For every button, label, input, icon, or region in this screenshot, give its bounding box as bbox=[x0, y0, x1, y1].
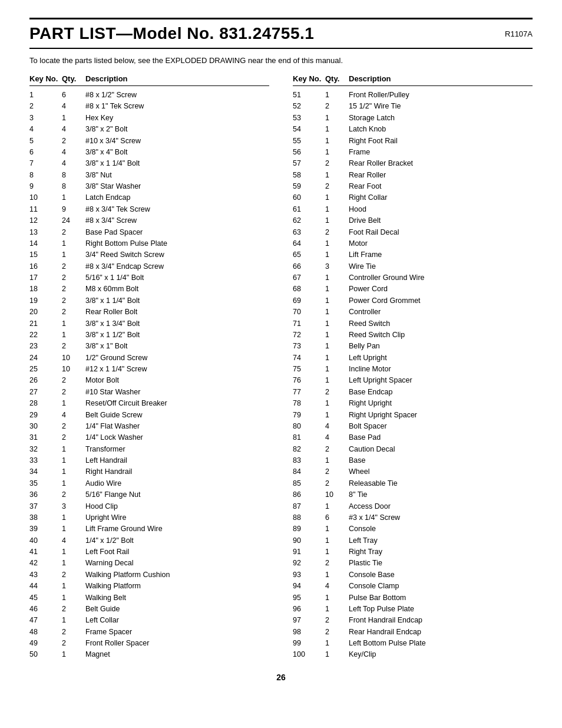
part-key: 69 bbox=[293, 295, 325, 307]
part-desc: Caution Decal bbox=[349, 444, 533, 455]
part-qty: 2 bbox=[62, 569, 85, 581]
part-desc: Front Roller/Pulley bbox=[349, 90, 533, 101]
part-desc: 1/2" Ground Screw bbox=[85, 353, 269, 364]
list-item: 45 1 Walking Belt bbox=[29, 592, 269, 604]
list-item: 50 1 Magnet bbox=[29, 649, 269, 660]
list-item: 89 1 Console bbox=[293, 523, 533, 535]
part-desc: Walking Platform bbox=[85, 581, 269, 592]
part-qty: 1 bbox=[325, 546, 349, 558]
part-key: 56 bbox=[293, 147, 325, 158]
part-qty: 1 bbox=[325, 535, 349, 546]
part-qty: 2 bbox=[62, 627, 85, 638]
parts-table: Key No. Qty. Description 1 6 #8 x 1/2" S… bbox=[29, 74, 533, 661]
part-key: 34 bbox=[29, 466, 62, 477]
part-qty: 2 bbox=[62, 136, 85, 147]
part-desc: #12 x 1 1/4" Screw bbox=[85, 364, 269, 375]
part-qty: 1 bbox=[325, 272, 349, 284]
part-desc: Incline Motor bbox=[349, 364, 533, 375]
part-desc: 1/4" Flat Washer bbox=[85, 421, 269, 432]
part-desc: 3/8" Star Washer bbox=[85, 181, 269, 192]
list-item: 9 8 3/8" Star Washer bbox=[29, 181, 269, 192]
part-key: 71 bbox=[293, 318, 325, 330]
part-qty: 1 bbox=[62, 466, 85, 477]
part-desc: Audio Wire bbox=[85, 478, 269, 489]
part-key: 19 bbox=[29, 295, 62, 307]
left-col-header: Key No. Qty. Description bbox=[29, 74, 269, 86]
part-desc: Upright Wire bbox=[85, 512, 269, 523]
part-qty: 1 bbox=[62, 192, 85, 203]
part-key: 60 bbox=[293, 192, 325, 203]
list-item: 11 9 #8 x 3/4" Tek Screw bbox=[29, 204, 269, 215]
part-desc: 3/4" Reed Switch Screw bbox=[85, 249, 269, 261]
part-key: 21 bbox=[29, 318, 62, 330]
right-col-header: Key No. Qty. Description bbox=[293, 74, 533, 86]
part-desc: Left Foot Rail bbox=[85, 546, 269, 558]
list-item: 76 1 Left Upright Spacer bbox=[293, 375, 533, 386]
part-key: 33 bbox=[29, 455, 62, 466]
list-item: 36 2 5/16" Flange Nut bbox=[29, 489, 269, 500]
part-key: 65 bbox=[293, 249, 325, 261]
part-key: 88 bbox=[293, 512, 325, 523]
part-key: 12 bbox=[29, 215, 62, 226]
list-item: 7 4 3/8" x 1 1/4" Bolt bbox=[29, 158, 269, 169]
part-key: 89 bbox=[293, 523, 325, 535]
part-key: 72 bbox=[293, 330, 325, 341]
list-item: 3 1 Hex Key bbox=[29, 113, 269, 124]
right-key-header: Key No. bbox=[293, 74, 325, 83]
part-key: 74 bbox=[293, 353, 325, 364]
list-item: 17 2 5/16" x 1 1/4" Bolt bbox=[29, 272, 269, 284]
list-item: 23 2 3/8" x 1" Bolt bbox=[29, 341, 269, 352]
part-qty: 24 bbox=[62, 215, 85, 226]
part-key: 87 bbox=[293, 501, 325, 512]
part-key: 16 bbox=[29, 261, 62, 272]
part-key: 93 bbox=[293, 569, 325, 581]
part-qty: 1 bbox=[325, 364, 349, 375]
part-qty: 4 bbox=[62, 147, 85, 158]
part-desc: 3/8" x 1 1/4" Bolt bbox=[85, 295, 269, 307]
list-item: 19 2 3/8" x 1 1/4" Bolt bbox=[29, 295, 269, 307]
part-desc: Right Handrail bbox=[85, 466, 269, 477]
list-item: 96 1 Left Top Pulse Plate bbox=[293, 604, 533, 615]
part-qty: 2 bbox=[62, 432, 85, 443]
list-item: 57 2 Rear Roller Bracket bbox=[293, 158, 533, 169]
list-item: 72 1 Reed Switch Clip bbox=[293, 330, 533, 341]
list-item: 61 1 Hood bbox=[293, 204, 533, 215]
part-desc: Left Handrail bbox=[85, 455, 269, 466]
part-key: 10 bbox=[29, 192, 62, 203]
part-desc: Base Pad Spacer bbox=[85, 227, 269, 238]
part-desc: #8 x 3/4" Tek Screw bbox=[85, 204, 269, 215]
part-qty: 2 bbox=[62, 375, 85, 386]
part-qty: 4 bbox=[325, 432, 349, 443]
part-desc: Controller bbox=[349, 307, 533, 318]
list-item: 75 1 Incline Motor bbox=[293, 364, 533, 375]
page-number: 26 bbox=[29, 673, 533, 682]
part-qty: 2 bbox=[62, 387, 85, 398]
part-key: 36 bbox=[29, 489, 62, 500]
part-qty: 1 bbox=[62, 649, 85, 660]
left-column: Key No. Qty. Description 1 6 #8 x 1/2" S… bbox=[29, 74, 269, 661]
part-desc: 3/8" x 4" Bolt bbox=[85, 147, 269, 158]
part-key: 75 bbox=[293, 364, 325, 375]
part-desc: #8 x 3/4" Screw bbox=[85, 215, 269, 226]
part-key: 64 bbox=[293, 238, 325, 249]
part-key: 73 bbox=[293, 341, 325, 352]
part-desc: Base bbox=[349, 455, 533, 466]
part-desc: Pulse Bar Bottom bbox=[349, 592, 533, 604]
part-key: 85 bbox=[293, 478, 325, 489]
part-qty: 2 bbox=[62, 284, 85, 295]
part-desc: Frame Spacer bbox=[85, 627, 269, 638]
list-item: 92 2 Plastic Tie bbox=[293, 558, 533, 569]
list-item: 81 4 Base Pad bbox=[293, 432, 533, 443]
part-key: 39 bbox=[29, 523, 62, 535]
part-desc: Hood bbox=[349, 204, 533, 215]
list-item: 98 2 Rear Handrail Endcap bbox=[293, 627, 533, 638]
part-key: 51 bbox=[293, 90, 325, 101]
part-desc: Left Top Pulse Plate bbox=[349, 604, 533, 615]
part-desc: Latch Knob bbox=[349, 124, 533, 135]
part-key: 98 bbox=[293, 627, 325, 638]
list-item: 91 1 Right Tray bbox=[293, 546, 533, 558]
part-desc: #8 x 1" Tek Screw bbox=[85, 101, 269, 112]
part-key: 17 bbox=[29, 272, 62, 284]
list-item: 60 1 Right Collar bbox=[293, 192, 533, 203]
part-qty: 1 bbox=[325, 353, 349, 364]
